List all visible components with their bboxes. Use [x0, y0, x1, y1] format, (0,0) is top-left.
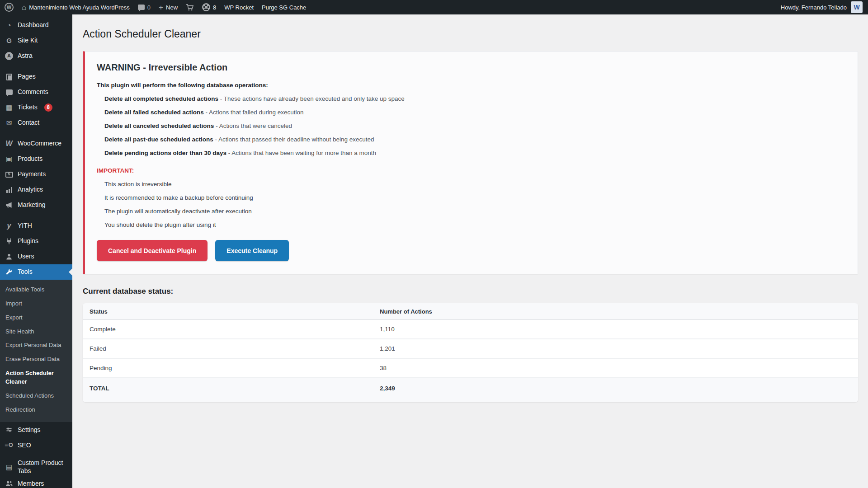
- comment-bubble-icon: [138, 5, 145, 10]
- sidebar-item-label: Comments: [18, 88, 48, 96]
- submenu-site-health[interactable]: Site Health: [0, 325, 72, 339]
- sidebar-item-yith[interactable]: y YITH: [0, 218, 72, 234]
- wrench-icon: [5, 268, 14, 276]
- important-item: It is recommended to make a backup befor…: [104, 194, 846, 201]
- user-icon: [5, 253, 14, 260]
- purge-sg-cache-button[interactable]: Purge SG Cache: [258, 0, 310, 14]
- submenu-export[interactable]: Export: [0, 311, 72, 325]
- comments-link[interactable]: 0: [134, 0, 155, 14]
- sidebar-item-label: Site Kit: [18, 37, 38, 45]
- products-box-icon: ▣: [5, 155, 14, 164]
- sidebar-item-label: Analytics: [18, 186, 43, 194]
- cart-link[interactable]: [182, 0, 198, 14]
- sidebar-item-marketing[interactable]: Marketing: [0, 197, 72, 213]
- home-icon: ⌂: [22, 4, 26, 11]
- status-cell: Complete: [83, 326, 380, 333]
- count-cell: 1,201: [380, 345, 858, 352]
- count-cell: 38: [380, 365, 858, 371]
- sidebar-item-label: Plugins: [18, 237, 38, 245]
- sidebar-item-pages[interactable]: Pages: [0, 69, 72, 84]
- sidebar-item-products[interactable]: ▣ Products: [0, 151, 72, 167]
- comments-icon: [5, 89, 14, 95]
- status-cell: Pending: [83, 365, 380, 371]
- sidebar-item-astra[interactable]: A Astra: [0, 48, 72, 64]
- sidebar-item-label: Settings: [18, 426, 41, 434]
- operation-item: Delete all canceled scheduled actions - …: [104, 122, 846, 129]
- submenu-import[interactable]: Import: [0, 297, 72, 311]
- sidebar-separator: [0, 213, 72, 218]
- admin-bar: W ⌂ Mantenimiento Web Ayuda WordPress 0 …: [0, 0, 868, 14]
- sidebar-item-label: Products: [18, 155, 42, 163]
- sidebar-item-plugins[interactable]: Plugins: [0, 234, 72, 249]
- sidebar-item-tools[interactable]: Tools: [0, 264, 72, 280]
- howdy-text[interactable]: Howdy, Fernando Tellado: [781, 4, 847, 11]
- important-item: You should delete the plugin after using…: [104, 221, 846, 228]
- submenu-available-tools[interactable]: Available Tools: [0, 283, 72, 297]
- execute-cleanup-button[interactable]: Execute Cleanup: [215, 240, 289, 261]
- warning-title: WARNING - Irreversible Action: [97, 62, 846, 73]
- tickets-count-badge: 8: [44, 103, 52, 112]
- submenu-action-scheduler-cleaner[interactable]: Action Scheduler Cleaner: [0, 366, 72, 389]
- submenu-redirection[interactable]: Redirection: [0, 403, 72, 417]
- sidebar-item-label: Users: [18, 253, 34, 261]
- admin-sidebar: ◔ Dashboard G Site Kit A Astra Pages Com…: [0, 14, 72, 488]
- count-cell: 1,110: [380, 326, 858, 333]
- table-row: Pending 38: [83, 359, 858, 378]
- sidebar-item-analytics[interactable]: Analytics: [0, 182, 72, 197]
- sliders-icon: [5, 426, 14, 433]
- sidebar-item-settings[interactable]: Settings: [0, 422, 72, 437]
- payments-card-icon: $: [5, 172, 14, 178]
- film-reel-icon: [202, 3, 210, 11]
- megaphone-icon: [5, 202, 14, 209]
- wp-rocket-menu[interactable]: WP Rocket: [220, 0, 258, 14]
- sidebar-item-woocommerce[interactable]: W WooCommerce: [0, 136, 72, 151]
- sidebar-item-label: YITH: [18, 222, 32, 230]
- sidebar-separator: [0, 453, 72, 458]
- sidebar-item-label: Contact: [18, 119, 39, 127]
- operation-item: Delete pending actions older than 30 day…: [104, 150, 846, 156]
- table-header-row: Status Number of Actions: [83, 303, 858, 320]
- sidebar-item-seo[interactable]: ≡O SEO: [0, 437, 72, 453]
- sidebar-separator: [0, 64, 72, 69]
- woocommerce-icon: W: [5, 139, 14, 148]
- total-count-cell: 2,349: [380, 385, 858, 392]
- sidebar-item-users[interactable]: Users: [0, 249, 72, 264]
- tickets-grid-icon: ▦: [5, 103, 14, 112]
- sidebar-item-label: Dashboard: [18, 21, 49, 29]
- site-kit-icon: G: [5, 37, 14, 45]
- submenu-scheduled-actions[interactable]: Scheduled Actions: [0, 389, 72, 403]
- wordpress-menu[interactable]: W: [0, 0, 18, 14]
- plus-icon: +: [159, 4, 163, 11]
- sidebar-item-custom-product-tabs[interactable]: ▤ Custom Product Tabs: [0, 458, 72, 476]
- active-menu-arrow: [69, 268, 72, 276]
- user-avatar[interactable]: W: [851, 1, 863, 13]
- table-total-row: TOTAL 2,349: [83, 378, 858, 398]
- sg-optimizer-menu[interactable]: 8: [198, 0, 220, 14]
- status-cell: Failed: [83, 345, 380, 352]
- site-name-link[interactable]: ⌂ Mantenimiento Web Ayuda WordPress: [18, 0, 134, 14]
- submenu-export-personal-data[interactable]: Export Personal Data: [0, 338, 72, 352]
- sidebar-item-label: Members: [18, 480, 44, 488]
- sidebar-item-payments[interactable]: $ Payments: [0, 167, 72, 182]
- sidebar-item-label: Astra: [18, 52, 33, 60]
- new-label: New: [166, 4, 178, 11]
- wordpress-logo-icon: W: [5, 3, 14, 12]
- warning-intro: This plugin will perform the following d…: [97, 82, 846, 89]
- sidebar-item-label: Tools: [18, 268, 33, 276]
- page-title: Action Scheduler Cleaner: [83, 28, 858, 40]
- cancel-deactivate-button[interactable]: Cancel and Deactivate Plugin: [97, 240, 208, 261]
- dashboard-icon: ◔: [5, 21, 14, 30]
- sidebar-item-contact[interactable]: ✉ Contact: [0, 115, 72, 131]
- sidebar-item-tickets[interactable]: ▦ Tickets 8: [0, 100, 72, 115]
- sidebar-item-comments[interactable]: Comments: [0, 84, 72, 100]
- submenu-erase-personal-data[interactable]: Erase Personal Data: [0, 352, 72, 366]
- sidebar-item-members[interactable]: Members: [0, 476, 72, 488]
- sidebar-item-site-kit[interactable]: G Site Kit: [0, 33, 72, 48]
- sidebar-item-dashboard[interactable]: ◔ Dashboard: [0, 18, 72, 33]
- sidebar-item-label: Pages: [18, 73, 36, 81]
- users-group-icon: [5, 480, 14, 487]
- tools-submenu: Available Tools Import Export Site Healt…: [0, 280, 72, 422]
- main-content: Action Scheduler Cleaner WARNING - Irrev…: [72, 14, 868, 488]
- new-content-menu[interactable]: + New: [155, 0, 182, 14]
- sidebar-item-label: Tickets: [18, 103, 38, 112]
